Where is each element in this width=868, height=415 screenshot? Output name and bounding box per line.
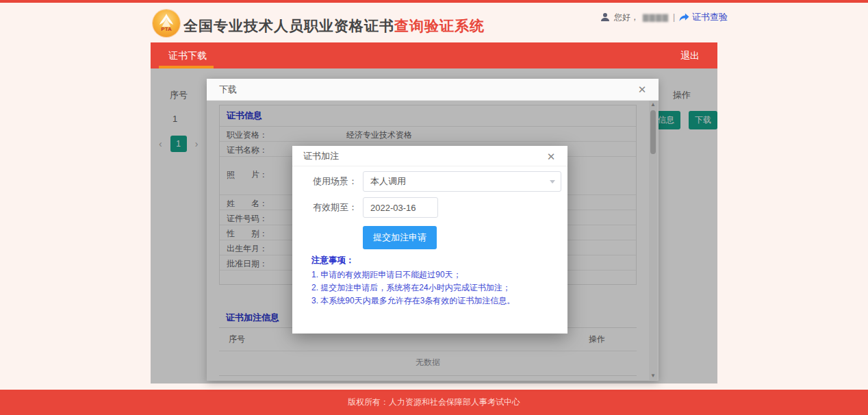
annotation-modal: 证书加注 ✕ 使用场景： 本人调用 有效期至： 提交加注申请 注意事项： 1. … [292,146,567,334]
user-area: 您好， ▇▇▇▇ | 证书查验 [600,11,728,23]
download-modal-title: 下载 [219,79,237,101]
tab-certificate-download[interactable]: 证书下载 [168,42,207,68]
user-name-masked: ▇▇▇▇ [643,13,669,22]
notes-title: 注意事项： [311,254,515,267]
main-nav: 证书下载 退出 [151,42,717,68]
pta-logo-icon: PTA [153,10,180,37]
app-root: PTA 全国专业技术人员职业资格证书查询验证系统 您好， ▇▇▇▇ | 证书查验… [0,0,868,415]
verify-link-label: 证书查验 [692,11,728,23]
expiry-date-input[interactable] [363,197,438,218]
page-title: 全国专业技术人员职业资格证书查询验证系统 [183,16,485,36]
scene-select-value: 本人调用 [370,176,406,186]
expiry-form-row: 有效期至： [292,197,438,218]
note-line-1: 1. 申请的有效期距申请日不能超过90天； [311,268,515,281]
user-icon [600,12,610,22]
annotation-modal-close-icon[interactable]: ✕ [543,146,559,168]
notes-block: 注意事项： 1. 申请的有效期距申请日不能超过90天； 2. 提交加注申请后，系… [311,254,515,307]
scene-select[interactable]: 本人调用 [363,171,561,192]
download-modal-header: 下载 ✕ [207,79,659,101]
annotation-modal-header: 证书加注 ✕ [292,146,567,166]
download-modal-close-icon[interactable]: ✕ [634,79,650,101]
share-arrow-icon [679,13,689,22]
site-footer: 版权所有：人力资源和社会保障部人事考试中心 [0,390,868,415]
title-main: 全国专业技术人员职业资格证书 [183,18,394,34]
annotation-modal-title: 证书加注 [303,146,339,166]
expiry-label: 有效期至： [292,201,363,214]
chevron-down-icon [550,180,555,184]
svg-text:PTA: PTA [161,26,172,32]
greeting-text: 您好， [614,12,639,23]
divider: | [673,12,675,22]
title-accent: 查询验证系统 [394,18,485,34]
site-header: PTA 全国专业技术人员职业资格证书查询验证系统 您好， ▇▇▇▇ | 证书查验 [0,3,868,42]
note-line-3: 3. 本系统90天内最多允许存在3条有效的证书加注信息。 [311,294,515,307]
logout-button[interactable]: 退出 [680,42,700,68]
submit-annotation-button[interactable]: 提交加注申请 [363,226,437,249]
scene-label: 使用场景： [292,175,363,188]
certificate-verify-link[interactable]: 证书查验 [679,11,728,23]
pta-logo: PTA [153,10,180,37]
scene-form-row: 使用场景： 本人调用 [292,171,561,192]
copyright-text: 版权所有：人力资源和社会保障部人事考试中心 [0,390,868,415]
note-line-2: 2. 提交加注申请后，系统将在24小时内完成证书加注； [311,281,515,294]
